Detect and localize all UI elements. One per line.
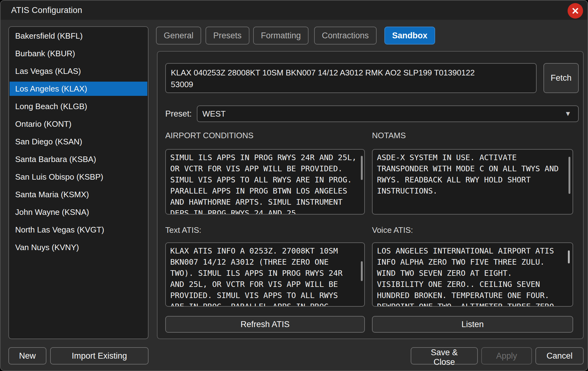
- chevron-down-icon: ▼: [564, 106, 571, 122]
- notams-label: NOTAMS: [372, 131, 406, 140]
- airport-item-ksan[interactable]: San Diego (KSAN): [10, 134, 147, 149]
- airport-item-klgb[interactable]: Long Beach (KLGB): [10, 99, 147, 113]
- tab-formatting[interactable]: Formatting: [253, 27, 309, 45]
- sandbox-panel: KLAX 040253Z 28008KT 10SM BKN007 14/12 A…: [157, 51, 584, 339]
- voice-atis-label: Voice ATIS:: [372, 225, 413, 235]
- title-bar: ATIS Configuration ✕: [1, 1, 587, 20]
- atis-configuration-dialog: ATIS Configuration ✕ Bakersfield (KBFL) …: [0, 0, 588, 371]
- airport-item-ksna[interactable]: John Wayne (KSNA): [10, 205, 147, 219]
- airport-conditions-label: AIRPORT CONDITIONS: [165, 131, 253, 140]
- window-title: ATIS Configuration: [11, 1, 82, 20]
- airport-item-kvny[interactable]: Van Nuys (KVNY): [10, 240, 147, 254]
- airport-item-kbur[interactable]: Burbank (KBUR): [10, 46, 147, 61]
- preset-value: WEST: [202, 109, 226, 118]
- refresh-atis-button[interactable]: Refresh ATIS: [165, 316, 365, 333]
- cancel-button[interactable]: Cancel: [535, 347, 584, 365]
- text-atis-scrollbar[interactable]: [361, 261, 363, 281]
- airport-item-klas[interactable]: Las Vegas (KLAS): [10, 64, 147, 78]
- airport-conditions-textarea[interactable]: SIMUL ILS APPS IN PROG RWYS 24R AND 25L,…: [165, 149, 365, 215]
- voice-atis-scrollbar[interactable]: [568, 250, 570, 263]
- airport-item-ksmx[interactable]: Santa Maria (KSMX): [10, 187, 147, 202]
- airport-item-ksbp[interactable]: San Luis Obispo (KSBP): [10, 170, 147, 184]
- airport-conditions-scrollbar[interactable]: [361, 156, 363, 180]
- apply-button[interactable]: Apply: [481, 347, 532, 365]
- airport-item-kbfl[interactable]: Bakersfield (KBFL): [10, 29, 147, 43]
- fetch-button[interactable]: Fetch: [543, 63, 579, 93]
- new-button[interactable]: New: [8, 347, 46, 365]
- listen-button[interactable]: Listen: [372, 316, 573, 333]
- airport-item-kvgt[interactable]: North Las Vegas (KVGT): [10, 223, 147, 237]
- airport-item-klax-selected[interactable]: Los Angeles (KLAX): [10, 82, 147, 96]
- tab-presets[interactable]: Presets: [205, 27, 249, 45]
- voice-atis-textarea[interactable]: LOS ANGELES INTERNATIONAL AIRPORT ATIS I…: [372, 242, 573, 307]
- import-existing-button[interactable]: Import Existing: [50, 347, 149, 365]
- text-atis-textarea[interactable]: KLAX ATIS INFO A 0253Z. 27008KT 10SM BKN…: [165, 242, 365, 307]
- tab-sandbox[interactable]: Sandbox: [384, 27, 435, 45]
- airport-list: Bakersfield (KBFL) Burbank (KBUR) Las Ve…: [8, 26, 149, 339]
- text-atis-label: Text ATIS:: [165, 225, 201, 235]
- close-button[interactable]: ✕: [568, 3, 583, 19]
- close-icon: ✕: [571, 6, 579, 16]
- tab-general[interactable]: General: [156, 27, 201, 45]
- airport-item-ksba[interactable]: Santa Barbara (KSBA): [10, 152, 147, 166]
- save-close-button[interactable]: Save & Close: [411, 347, 478, 365]
- airport-item-kont[interactable]: Ontario (KONT): [10, 117, 147, 131]
- preset-dropdown[interactable]: WEST ▼: [197, 105, 579, 122]
- metar-input[interactable]: KLAX 040253Z 28008KT 10SM BKN007 14/12 A…: [165, 63, 537, 93]
- tab-contractions[interactable]: Contractions: [314, 27, 377, 45]
- preset-label: Preset:: [165, 105, 192, 122]
- notams-scrollbar[interactable]: [569, 157, 570, 194]
- notams-textarea[interactable]: ASDE-X SYSTEM IN USE. ACTIVATE TRANSPOND…: [372, 149, 573, 215]
